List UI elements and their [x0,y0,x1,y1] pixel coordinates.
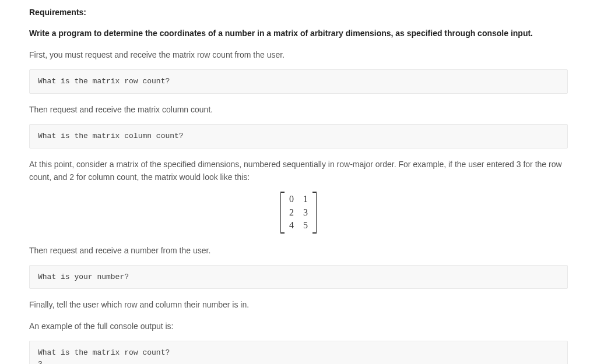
matrix-body: 0 1 2 3 4 5 [285,192,312,233]
code-block-row-prompt: What is the matrix row count? [29,69,568,94]
paragraph-5: Finally, tell the user which row and col… [29,298,568,311]
intro-paragraph: Write a program to determine the coordin… [29,27,568,40]
code-block-column-prompt: What is the matrix column count? [29,124,568,149]
matrix-row: 4 5 [289,219,308,232]
requirements-heading: Requirements: [29,6,568,19]
matrix-row: 2 3 [289,206,308,219]
paragraph-3: At this point, consider a matrix of the … [29,158,568,184]
paragraph-1: First, you must request and receive the … [29,48,568,61]
code-block-full-output: What is the matrix row count? 3 What is … [29,341,568,364]
matrix-right-bracket [312,192,317,233]
matrix-cell: 5 [303,219,308,232]
code-block-number-prompt: What is your number? [29,265,568,289]
paragraph-4: Then request and receive a number from t… [29,244,568,257]
matrix-cell: 3 [303,206,308,219]
paragraph-2: Then request and receive the matrix colu… [29,103,568,116]
matrix-display: 0 1 2 3 4 5 [29,192,568,233]
matrix-left-bracket [280,192,285,233]
matrix-row: 0 1 [289,193,308,206]
matrix-cell: 2 [289,206,294,219]
paragraph-6: An example of the full console output is… [29,320,568,333]
matrix-cell: 0 [289,193,294,206]
matrix-cell: 1 [303,193,308,206]
matrix-cell: 4 [289,219,294,232]
